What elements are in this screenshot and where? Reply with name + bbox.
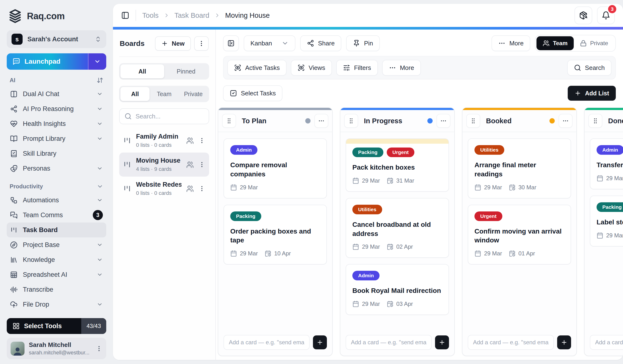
tools-count: 43/43 (81, 318, 106, 334)
more-board-options-button[interactable]: More (491, 35, 530, 51)
boards-search[interactable] (119, 108, 209, 124)
sidebar-item-file-drop[interactable]: File Drop (7, 297, 106, 312)
task-card[interactable]: Urgent Confirm moving van arrival window… (468, 205, 571, 265)
task-card[interactable]: Packing Urgent Pack kitchen boxes 29 Mar… (346, 138, 449, 192)
task-card[interactable]: Utilities Cancel broadband at old addres… (346, 198, 449, 258)
sidebar-item-transcribe[interactable]: Transcribe (7, 282, 106, 297)
card-title: Compare removal companies (230, 160, 320, 179)
scan-eye-icon (298, 64, 305, 71)
drag-handle[interactable] (588, 114, 602, 128)
launchpad-button[interactable]: Launchpad (7, 53, 106, 70)
tag-admin: Admin (230, 145, 257, 155)
scope-tabs: All Team Private (119, 86, 209, 102)
board-row-menu-button[interactable] (199, 137, 205, 144)
drag-handle[interactable] (222, 114, 236, 128)
filters-button[interactable]: Filters (336, 60, 378, 76)
add-card-button[interactable] (313, 335, 327, 349)
sidebar-item-project-base[interactable]: Project Base (7, 237, 106, 252)
account-switcher[interactable]: s Sarah's Account (7, 30, 106, 48)
tag-packing: Packing (597, 202, 623, 212)
unread-count-badge: 3 (93, 210, 103, 220)
sidebar-item-prompt-library[interactable]: Prompt Library (7, 131, 106, 146)
add-card-button[interactable] (557, 335, 571, 349)
sidebar-item-dual-ai-chat[interactable]: Dual AI Chat (7, 86, 106, 101)
new-board-button[interactable]: New (155, 36, 191, 51)
sidebar-item-task-board[interactable]: Task Board (7, 222, 106, 237)
chevron-down-icon (97, 91, 103, 97)
add-list-button[interactable]: Add List (568, 86, 616, 101)
search-tasks-button[interactable]: Search (567, 60, 611, 76)
column-title[interactable]: To Plan (240, 117, 301, 125)
tab-all-boards[interactable]: All (120, 64, 164, 78)
column-title[interactable]: In Progress (362, 117, 423, 125)
start-date: 29 Mar (230, 250, 258, 257)
add-card-input[interactable] (590, 335, 623, 350)
boards-menu-button[interactable] (194, 36, 209, 51)
board-row-moving-house[interactable]: Moving House 4 lists · 9 cards (119, 152, 209, 177)
drag-handle[interactable] (466, 114, 480, 128)
task-card[interactable]: Utilities Arrange final meter readings 2… (468, 138, 571, 198)
column-menu-button[interactable] (437, 114, 450, 128)
tab-scope-team[interactable]: Team (150, 87, 178, 101)
add-card-input[interactable] (468, 335, 554, 350)
task-card[interactable]: Admin Book Royal Mail redirection 29 Mar… (346, 264, 449, 315)
pin-button[interactable]: Pin (346, 35, 380, 51)
more-filters-button[interactable]: More (382, 60, 421, 76)
user-card[interactable]: Sarah Mitchell sarah.mitchell@westbur... (7, 338, 106, 359)
share-button[interactable]: Share (300, 35, 341, 51)
add-card-button[interactable] (435, 335, 449, 349)
toggle-private[interactable]: Private (574, 40, 614, 47)
task-card[interactable]: Packing Label stor 29 Mar (590, 195, 623, 247)
sidebar-item-team-comms[interactable]: Team Comms 3 (7, 208, 106, 222)
plus-icon (439, 339, 445, 346)
drag-handle[interactable] (344, 114, 358, 128)
active-tasks-button[interactable]: Active Tasks (227, 60, 287, 76)
board-row-website-redesign[interactable]: Website Redesign Ta... 0 lists · 0 cards (119, 177, 209, 201)
task-card[interactable]: Admin Compare removal companies 29 Mar (223, 138, 327, 198)
sidebar-item-ai-pro-reasoning[interactable]: AI Pro Reasoning (7, 101, 106, 116)
tab-scope-all[interactable]: All (120, 87, 150, 101)
select-tools-button[interactable]: Select Tools 43/43 (7, 318, 106, 334)
sidebar-item-knowledge[interactable]: Knowledge (7, 252, 106, 267)
message-dots-icon (13, 58, 20, 65)
sort-arrows-icon[interactable] (97, 77, 103, 84)
account-avatar: s (12, 34, 22, 45)
task-card[interactable]: Admin Transfer c 29 Mar (590, 138, 623, 189)
chevron-down-icon (97, 165, 103, 171)
add-card-input[interactable] (346, 335, 432, 350)
sidebar-item-skill-library[interactable]: Skill Library (7, 146, 106, 161)
views-button[interactable]: Views (291, 60, 332, 76)
sidebar-toggle-button[interactable] (121, 11, 129, 20)
column-accent (584, 108, 623, 110)
tab-scope-private[interactable]: Private (179, 87, 208, 101)
launchpad-expand-button[interactable] (88, 53, 106, 70)
user-menu-button[interactable] (96, 345, 102, 352)
sidebar-item-spreadsheet-ai[interactable]: Spreadsheet AI (7, 267, 106, 282)
column-title[interactable]: Booked (484, 117, 546, 125)
column-booked: Booked Utilities Arrange final meter rea… (462, 107, 577, 356)
task-card[interactable]: Packing Order packing boxes and tape 29 … (223, 205, 327, 265)
column-menu-button[interactable] (558, 114, 573, 128)
column-title[interactable]: Done (606, 117, 623, 125)
package-search-button[interactable] (575, 6, 592, 24)
boards-search-input[interactable] (135, 113, 204, 120)
collapse-boards-panel-button[interactable] (223, 35, 239, 51)
tab-pinned-boards[interactable]: Pinned (164, 64, 208, 78)
add-card-input[interactable] (223, 335, 310, 350)
breadcrumb-task-board[interactable]: Task Board (175, 12, 209, 20)
sidebar-item-automations[interactable]: Automations (7, 193, 106, 208)
sidebar-item-health-insights[interactable]: Health Insights (7, 116, 106, 131)
sidebar-item-personas[interactable]: Personas (7, 161, 106, 176)
calendar-icon (352, 300, 359, 307)
view-select[interactable]: Kanban (244, 35, 295, 51)
toggle-team[interactable]: Team (536, 36, 574, 50)
section-header-productivity[interactable]: Productivity (7, 176, 106, 193)
board-row-menu-button[interactable] (199, 185, 205, 192)
board-row-menu-button[interactable] (199, 161, 205, 168)
board-row-family-admin[interactable]: Family Admin 0 lists · 0 cards (119, 128, 209, 152)
panel-collapse-icon (227, 40, 235, 47)
select-tasks-button[interactable]: Select Tasks (223, 85, 282, 101)
breadcrumb-tools[interactable]: Tools (142, 12, 159, 20)
column-menu-button[interactable] (314, 114, 328, 128)
notifications-button[interactable]: 3 (597, 6, 615, 24)
